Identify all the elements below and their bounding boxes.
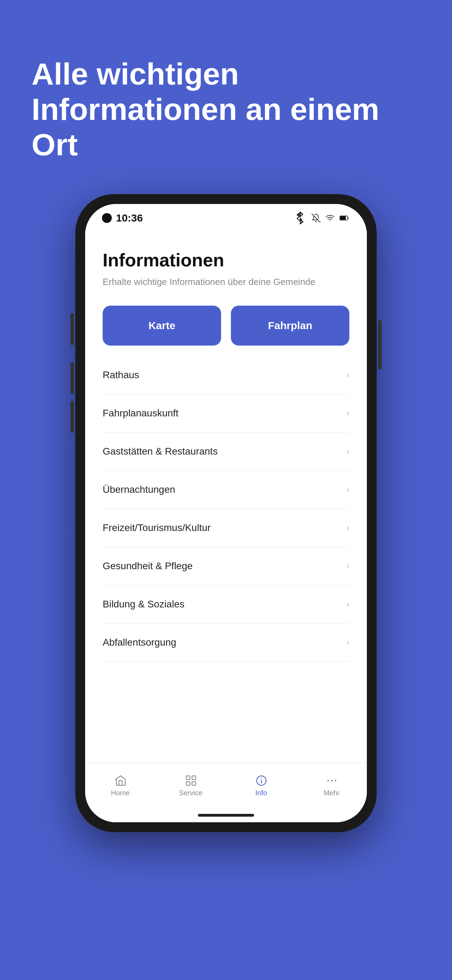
home-bar (198, 814, 254, 817)
svg-rect-5 (192, 782, 196, 786)
phone-frame: 10:36 (75, 194, 377, 832)
quick-buttons-row: Karte Fahrplan (85, 295, 367, 356)
menu-item-label: Abfallentsorgung (103, 637, 176, 648)
phone-screen: 10:36 (85, 204, 367, 822)
svg-rect-4 (186, 782, 190, 786)
nav-item-home[interactable]: Home (85, 771, 156, 800)
menu-item-label: Übernachtungen (103, 484, 175, 495)
chevron-icon: › (346, 599, 349, 609)
app-title: Informationen (103, 250, 349, 270)
menu-item-label: Freizeit/Tourismus/Kultur (103, 522, 210, 533)
volume-button-1 (70, 363, 74, 394)
svg-rect-2 (186, 776, 190, 780)
nav-item-service[interactable]: Service (156, 771, 226, 800)
nav-label-home: Home (111, 789, 130, 797)
status-time: 10:36 (116, 212, 143, 224)
menu-list: Rathaus › Fahrplanauskunft › Gaststätten… (85, 356, 367, 763)
menu-item-label: Rathaus (103, 369, 139, 381)
nav-label-service: Service (179, 789, 202, 797)
bottom-nav: Home Service (85, 763, 367, 808)
nav-label-info: Info (255, 789, 267, 797)
menu-item-bildung[interactable]: Bildung & Soziales › (103, 585, 349, 624)
hero-section: Alle wichtigen Informationen an einem Or… (0, 0, 452, 184)
volume-button-2 (70, 401, 74, 433)
chevron-icon: › (346, 522, 349, 533)
nav-item-info[interactable]: Info (226, 771, 296, 800)
home-indicator (85, 808, 367, 822)
svg-point-10 (331, 780, 333, 781)
svg-rect-3 (192, 776, 196, 780)
chevron-icon: › (346, 369, 349, 380)
menu-item-rathaus[interactable]: Rathaus › (103, 356, 349, 394)
chevron-icon: › (346, 637, 349, 648)
bell-muted-icon (312, 213, 321, 223)
info-circle-icon (255, 774, 268, 787)
svg-point-9 (327, 780, 329, 781)
menu-item-abfall[interactable]: Abfallentsorgung › (103, 624, 349, 662)
menu-item-gesundheit[interactable]: Gesundheit & Pflege › (103, 547, 349, 585)
status-time-area: 10:36 (102, 212, 143, 224)
svg-point-11 (334, 780, 336, 781)
camera-dot (102, 213, 112, 223)
hero-title: Alle wichtigen Informationen an einem Or… (32, 56, 420, 162)
app-content: Informationen Erhalte wichtige Informati… (85, 232, 367, 822)
karte-button[interactable]: Karte (103, 305, 221, 345)
chevron-icon: › (346, 484, 349, 495)
phone-container: 10:36 (75, 194, 377, 832)
menu-item-label: Bildung & Soziales (103, 599, 184, 610)
menu-item-fahrplanauskunft[interactable]: Fahrplanauskunft › (103, 394, 349, 433)
app-subtitle: Erhalte wichtige Informationen über dein… (103, 275, 349, 288)
app-header: Informationen Erhalte wichtige Informati… (85, 232, 367, 295)
bluetooth-icon (294, 212, 307, 224)
menu-item-uebernachtungen[interactable]: Übernachtungen › (103, 471, 349, 509)
wifi-icon (326, 213, 334, 223)
fahrplan-button[interactable]: Fahrplan (231, 305, 349, 345)
svg-point-8 (261, 778, 261, 778)
battery-icon (339, 213, 350, 223)
chevron-icon: › (346, 446, 349, 457)
nav-label-mehr: Mehr (324, 789, 340, 797)
menu-item-freizeit[interactable]: Freizeit/Tourismus/Kultur › (103, 509, 349, 547)
nav-item-mehr[interactable]: Mehr (296, 771, 367, 800)
grid-icon (185, 774, 197, 787)
menu-item-label: Gesundheit & Pflege (103, 560, 193, 572)
menu-item-label: Gaststätten & Restaurants (103, 446, 218, 457)
menu-item-gaststaetten[interactable]: Gaststätten & Restaurants › (103, 433, 349, 471)
chevron-icon: › (346, 407, 349, 418)
status-icons-group (294, 212, 350, 224)
status-bar: 10:36 (85, 204, 367, 232)
more-icon (326, 774, 338, 787)
svg-rect-1 (340, 216, 346, 220)
home-icon (114, 774, 127, 787)
menu-item-label: Fahrplanauskunft (103, 407, 178, 419)
chevron-icon: › (346, 560, 349, 571)
